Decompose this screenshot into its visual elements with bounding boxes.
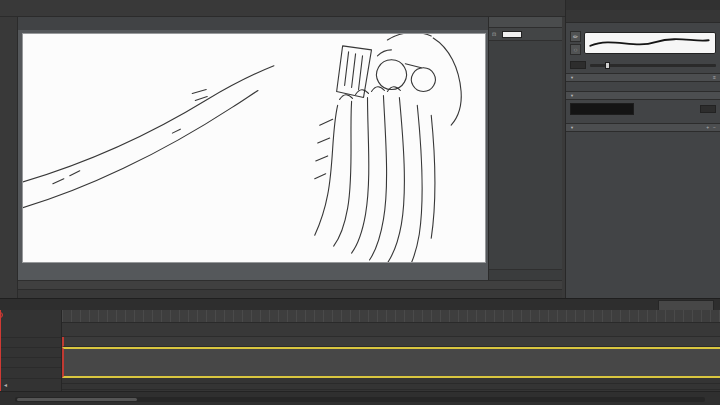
maximum-size-value[interactable] <box>570 61 586 69</box>
colour-section-header[interactable]: ▼ <box>566 91 720 100</box>
collapse-arrow-icon: ▼ <box>570 93 574 98</box>
tool-properties-panel: ✏ ◌ ▼ <box>565 0 720 298</box>
colour-opacity-value[interactable] <box>700 105 716 113</box>
timeline-track-gap <box>62 323 720 337</box>
timeline-scrollbar[interactable] <box>15 397 705 402</box>
stage-workspace <box>18 17 488 280</box>
add-swatch-icon[interactable]: + <box>706 125 709 130</box>
audio-tracks[interactable] <box>62 378 720 391</box>
timeline-panel: ◄ <box>0 298 720 405</box>
presets-section-header[interactable]: ▼ ≡ <box>566 73 720 82</box>
opacity-field[interactable] <box>502 31 522 38</box>
timeline-ruler[interactable] <box>62 310 720 323</box>
drawing-canvas[interactable] <box>22 33 486 263</box>
transport-bar <box>0 391 720 405</box>
timeline-tab[interactable] <box>658 300 714 310</box>
preset-menu-icon[interactable]: ≡ <box>713 75 716 80</box>
current-colour-swatch[interactable] <box>570 103 634 115</box>
eraser-mode-icon[interactable]: ◌ <box>570 44 581 55</box>
storyboard-app-window: ⊡ ✏ ◌ <box>0 0 720 405</box>
sketch-drawing <box>23 34 485 262</box>
statusbar <box>18 280 562 289</box>
view-controls <box>18 17 488 30</box>
layer-toolbar <box>489 269 562 280</box>
layer-opacity-row: ⊡ <box>489 28 562 41</box>
camera-track[interactable] <box>62 337 720 347</box>
stage-view-header <box>489 17 562 28</box>
layer-visibility-icon[interactable]: ⊡ <box>492 32 496 37</box>
top-toolbar <box>0 0 565 17</box>
swatches-section-header[interactable]: ▼ + − <box>566 123 720 132</box>
scrollbar-thumb[interactable] <box>17 398 137 401</box>
stage-view-panel: ⊡ <box>488 17 562 280</box>
maximum-size-slider[interactable] <box>590 64 716 67</box>
playhead[interactable] <box>0 310 1 391</box>
storyboard-track-label <box>0 347 61 357</box>
speaker-icon[interactable]: ◄ <box>3 383 8 388</box>
tool-sidebar <box>0 17 18 298</box>
collapse-arrow-icon: ▼ <box>570 125 574 130</box>
panel-tabs <box>566 10 720 23</box>
brush-stroke-preview <box>584 32 716 54</box>
timeline-left-column: ◄ <box>0 310 62 391</box>
storyboard-track[interactable] <box>62 347 720 378</box>
remove-swatch-icon[interactable]: − <box>713 125 716 130</box>
timeline-tabbar <box>0 299 720 310</box>
brush-mode-icon[interactable]: ✏ <box>570 31 581 42</box>
panel-topstrip <box>566 0 720 10</box>
collapse-arrow-icon: ▼ <box>570 75 574 80</box>
playback-toolbar <box>18 289 562 298</box>
slider-handle[interactable] <box>605 62 610 69</box>
